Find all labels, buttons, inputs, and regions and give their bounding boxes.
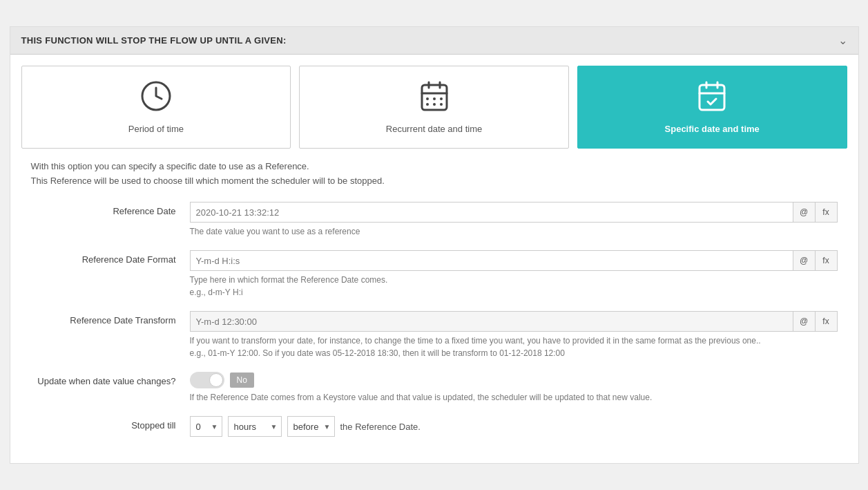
reference-date-format-hint1: Type here in which format the Reference … — [190, 274, 838, 299]
function-header: THIS FUNCTION WILL STOP THE FLOW UP UNTI… — [10, 27, 858, 55]
toggle-knob — [209, 373, 223, 387]
stopped-till-controls: 0 1 2 5 10 ▼ hours minutes days — [190, 416, 838, 437]
toggle-no-label: No — [230, 373, 254, 388]
reference-date-transform-hint: If you want to transform your date, for … — [190, 334, 838, 359]
tab-period-label: Period of time — [128, 124, 184, 134]
tab-recurrent-label: Recurrent date and time — [386, 124, 482, 134]
calendar-icon — [418, 79, 451, 117]
clock-icon — [139, 79, 173, 117]
tab-specific[interactable]: Specific date and time — [577, 66, 847, 149]
stopped-direction-wrapper: before after ▼ — [287, 416, 335, 437]
chevron-down-icon[interactable]: ⌄ — [838, 34, 847, 47]
reference-date-input[interactable] — [190, 202, 793, 223]
stopped-till-label: Stopped till — [31, 416, 190, 431]
tabs-row: Period of time Recurrent date and ti — [10, 55, 858, 149]
reference-date-format-at-button[interactable]: @ — [793, 250, 816, 271]
reference-date-format-label: Reference Date Format — [31, 250, 190, 265]
reference-date-transform-row: Reference Date Transform @ fx If you wan… — [31, 311, 838, 359]
update-when-label: Update when date value changes? — [31, 372, 190, 386]
tab-recurrent[interactable]: Recurrent date and time — [299, 66, 569, 149]
calendar-check-icon — [695, 79, 729, 117]
reference-date-transform-fx-button[interactable]: fx — [816, 311, 838, 332]
description-text: With this option you can specify a speci… — [31, 160, 838, 189]
svg-rect-11 — [700, 85, 724, 110]
stopped-unit-select[interactable]: hours minutes days — [229, 417, 281, 436]
stopped-unit-wrapper: hours minutes days ▼ — [228, 416, 282, 437]
reference-date-input-group: @ fx — [190, 202, 838, 223]
reference-date-format-input-group: @ fx — [190, 250, 838, 271]
reference-date-transform-label: Reference Date Transform — [31, 311, 190, 326]
stopped-suffix: the Reference Date. — [340, 422, 421, 432]
stopped-value-wrapper: 0 1 2 5 10 ▼ — [190, 416, 222, 437]
reference-date-format-row: Reference Date Format @ fx Type here in … — [31, 250, 838, 299]
reference-date-format-input[interactable] — [190, 250, 793, 271]
reference-date-hint: The date value you want to use as a refe… — [190, 225, 838, 238]
description-line1: With this option you can specify a speci… — [31, 160, 838, 174]
stopped-direction-select[interactable]: before after — [288, 417, 334, 436]
reference-date-transform-input[interactable] — [190, 311, 793, 332]
stopped-till-row: Stopped till 0 1 2 5 10 ▼ — [31, 416, 838, 437]
update-when-toggle[interactable] — [190, 372, 224, 388]
reference-date-row: Reference Date @ fx The date value you w… — [31, 202, 838, 238]
reference-date-field: @ fx The date value you want to use as a… — [190, 202, 838, 238]
reference-date-transform-at-button[interactable]: @ — [793, 311, 816, 332]
header-title: THIS FUNCTION WILL STOP THE FLOW UP UNTI… — [21, 35, 287, 46]
reference-date-at-button[interactable]: @ — [793, 202, 816, 223]
reference-date-format-fx-button[interactable]: fx — [816, 250, 838, 271]
update-when-field: No If the Reference Date comes from a Ke… — [190, 372, 838, 404]
reference-date-label: Reference Date — [31, 202, 190, 216]
update-when-hint: If the Reference Date comes from a Keyst… — [190, 391, 838, 404]
stopped-value-select[interactable]: 0 1 2 5 10 — [191, 417, 222, 436]
reference-date-transform-field: @ fx If you want to transform your date,… — [190, 311, 838, 359]
update-when-row: Update when date value changes? No If th… — [31, 372, 838, 404]
tab-period[interactable]: Period of time — [21, 66, 291, 149]
reference-date-fx-button[interactable]: fx — [816, 202, 838, 223]
content-area: With this option you can specify a speci… — [10, 149, 858, 464]
reference-date-format-field: @ fx Type here in which format the Refer… — [190, 250, 838, 299]
tab-specific-label: Specific date and time — [665, 124, 760, 134]
toggle-group: No — [190, 372, 838, 388]
stopped-till-field: 0 1 2 5 10 ▼ hours minutes days — [190, 416, 838, 437]
reference-date-transform-input-group: @ fx — [190, 311, 838, 332]
description-line2: This Reference will be used to choose ti… — [31, 174, 838, 189]
